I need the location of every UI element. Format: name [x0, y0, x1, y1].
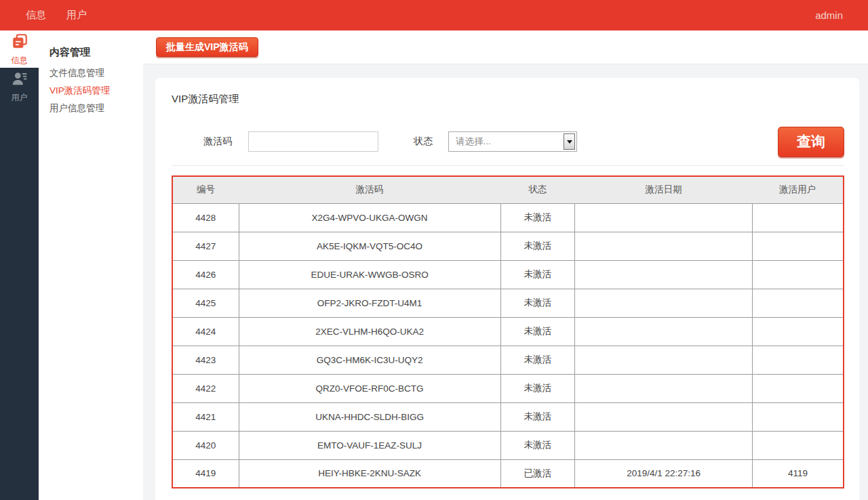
- cell-user: [752, 374, 844, 402]
- panel-title: VIP激活码管理: [172, 93, 844, 106]
- cell-code: 2XEC-VLHM-H6QO-UKA2: [239, 317, 500, 346]
- code-filter-input[interactable]: [248, 131, 378, 152]
- table-row: 4425OFP2-JKRO-FZDT-U4M1未激活: [172, 289, 844, 317]
- code-filter-label: 激活码: [203, 136, 232, 148]
- table-row: 4428X2G4-WPVO-UKGA-OWGN未激活: [172, 203, 844, 232]
- sidebar-item-vip-codes[interactable]: VIP激活码管理: [50, 86, 143, 96]
- cell-id: 4427: [172, 232, 239, 260]
- cell-status: 未激活: [500, 289, 575, 317]
- column-header-date: 激活日期: [575, 176, 752, 203]
- cell-status: 未激活: [500, 431, 575, 459]
- action-bar: 批量生成VIP激活码: [143, 30, 868, 64]
- main-area: 批量生成VIP激活码 VIP激活码管理 激活码 状态 请选择... 查询: [143, 30, 868, 500]
- table-row: 44242XEC-VLHM-H6QO-UKA2未激活: [172, 317, 844, 346]
- cell-date: [575, 317, 752, 346]
- cell-id: 4428: [172, 203, 239, 232]
- cell-user: [752, 232, 844, 260]
- cell-user: [752, 402, 844, 431]
- app-body: 信息 用户 内容管理 文件信息管理 VIP激活码管理 用户信息管理 批量生成VI…: [0, 30, 868, 500]
- search-button[interactable]: 查询: [778, 127, 844, 157]
- cell-date: [575, 402, 752, 431]
- column-header-id: 编号: [172, 176, 239, 203]
- rail-item-user[interactable]: 用户: [0, 68, 39, 105]
- cell-id: 4422: [172, 374, 239, 402]
- cell-status: 未激活: [500, 317, 575, 346]
- cell-user: [752, 317, 844, 346]
- icon-sidebar: 信息 用户: [0, 30, 39, 500]
- cell-user: 4119: [752, 459, 844, 488]
- column-header-code: 激活码: [239, 176, 500, 203]
- batch-generate-button[interactable]: 批量生成VIP激活码: [156, 37, 258, 57]
- cell-date: [575, 346, 752, 374]
- cell-code: QRZ0-VFOE-RF0C-BCTG: [239, 374, 500, 402]
- cell-code: OFP2-JKRO-FZDT-U4M1: [239, 289, 500, 317]
- cell-id: 4424: [172, 317, 239, 346]
- cell-status: 已激活: [500, 459, 575, 488]
- table-row: 4420EMTO-VAUF-1EAZ-SULJ未激活: [172, 431, 844, 459]
- cell-code: UKNA-HHDC-SLDH-BIGG: [239, 402, 500, 431]
- cell-user: [752, 289, 844, 317]
- column-header-status: 状态: [500, 176, 575, 203]
- table-body: 4428X2G4-WPVO-UKGA-OWGN未激活4427AK5E-IQKM-…: [172, 203, 844, 488]
- topbar-item-user[interactable]: 用户: [56, 0, 97, 30]
- cell-code: EDUE-URAK-WWGB-OSRO: [239, 260, 500, 289]
- rail-item-label: 用户: [12, 92, 28, 104]
- chevron-down-icon[interactable]: [564, 133, 575, 150]
- cell-date: [575, 374, 752, 402]
- cell-user: [752, 431, 844, 459]
- cell-user: [752, 203, 844, 232]
- cell-status: 未激活: [500, 346, 575, 374]
- cell-status: 未激活: [500, 402, 575, 431]
- topbar-item-info[interactable]: 信息: [16, 0, 56, 30]
- cell-code: EMTO-VAUF-1EAZ-SULJ: [239, 431, 500, 459]
- table-row: 4419HEIY-HBKE-2KNU-SAZK已激活2019/4/1 22:27…: [172, 459, 844, 488]
- column-header-user: 激活用户: [752, 176, 844, 203]
- cell-date: [575, 203, 752, 232]
- codes-table: 编号激活码状态激活日期激活用户 4428X2G4-WPVO-UKGA-OWGN未…: [172, 175, 844, 488]
- cell-code: GQ3C-HM6K-IC3U-UQY2: [239, 346, 500, 374]
- cell-date: [575, 431, 752, 459]
- topbar-nav: 信息 用户: [0, 0, 97, 30]
- cell-date: [575, 289, 752, 317]
- cell-status: 未激活: [500, 260, 575, 289]
- table-head: 编号激活码状态激活日期激活用户: [172, 176, 844, 203]
- user-icon: [11, 70, 28, 90]
- cell-date: [575, 232, 752, 260]
- cell-user: [752, 346, 844, 374]
- filter-row: 激活码 状态 请选择... 查询: [172, 126, 844, 157]
- table-header-row: 编号激活码状态激活日期激活用户: [172, 176, 844, 203]
- vip-codes-panel: VIP激活码管理 激活码 状态 请选择... 查询 编号激活码状态激活日期激活: [155, 78, 859, 500]
- main-content: VIP激活码管理 激活码 状态 请选择... 查询 编号激活码状态激活日期激活: [143, 64, 868, 500]
- content-sidebar: 内容管理 文件信息管理 VIP激活码管理 用户信息管理: [39, 30, 143, 500]
- status-filter-label: 状态: [414, 136, 433, 148]
- documents-icon: [11, 33, 28, 53]
- cell-date: 2019/4/1 22:27:16: [575, 459, 752, 488]
- cell-id: 4423: [172, 346, 239, 374]
- cell-id: 4420: [172, 431, 239, 459]
- cell-status: 未激活: [500, 374, 575, 402]
- table-row: 4422QRZ0-VFOE-RF0C-BCTG未激活: [172, 374, 844, 402]
- cell-code: AK5E-IQKM-VQT5-OC4O: [239, 232, 500, 260]
- rail-item-label: 信息: [12, 55, 28, 66]
- topbar: 信息 用户 admin: [0, 0, 868, 30]
- divider: [172, 165, 844, 166]
- table-row: 4426EDUE-URAK-WWGB-OSRO未激活: [172, 260, 844, 289]
- cell-id: 4425: [172, 289, 239, 317]
- table-row: 4423GQ3C-HM6K-IC3U-UQY2未激活: [172, 346, 844, 374]
- sidebar-item-file-info[interactable]: 文件信息管理: [50, 68, 143, 78]
- status-select-value: 请选择...: [456, 136, 491, 148]
- cell-id: 4419: [172, 459, 239, 488]
- cell-user: [752, 260, 844, 289]
- current-user[interactable]: admin: [815, 9, 843, 21]
- cell-code: X2G4-WPVO-UKGA-OWGN: [239, 203, 500, 232]
- table-row: 4427AK5E-IQKM-VQT5-OC4O未激活: [172, 232, 844, 260]
- sidebar-heading: 内容管理: [50, 46, 143, 59]
- status-select[interactable]: 请选择...: [448, 131, 577, 152]
- sidebar-item-user-info[interactable]: 用户信息管理: [50, 104, 143, 113]
- cell-status: 未激活: [500, 203, 575, 232]
- cell-id: 4421: [172, 402, 239, 431]
- cell-id: 4426: [172, 260, 239, 289]
- rail-item-info[interactable]: 信息: [0, 30, 39, 68]
- cell-code: HEIY-HBKE-2KNU-SAZK: [239, 459, 500, 488]
- table-row: 4421UKNA-HHDC-SLDH-BIGG未激活: [172, 402, 844, 431]
